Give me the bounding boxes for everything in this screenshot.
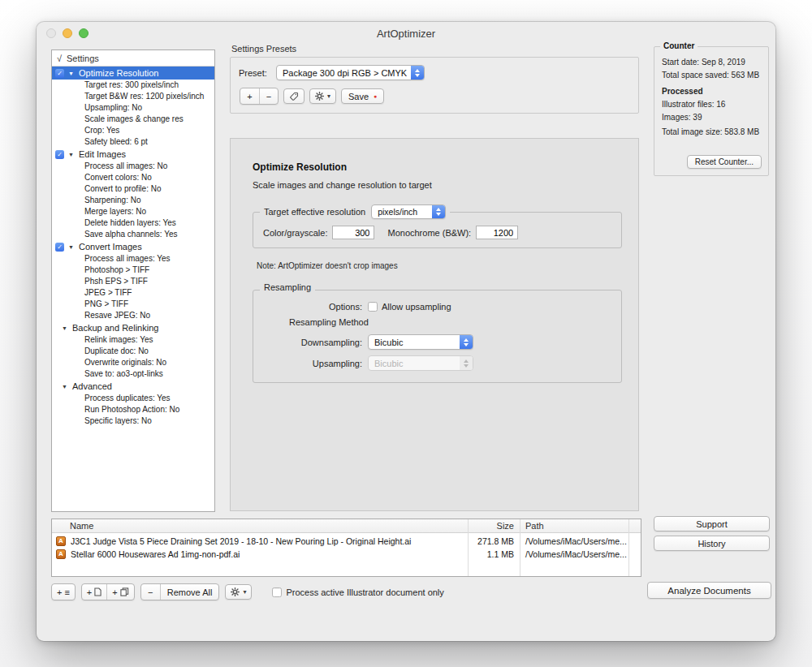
monochrome-input[interactable]: [476, 226, 518, 239]
disclosure-triangle-icon[interactable]: ▼: [62, 384, 69, 389]
tree-setting-item[interactable]: Target B&W res: 1200 pixels/inch: [52, 91, 214, 102]
plus-icon: +: [112, 587, 117, 597]
remove-all-label: Remove All: [167, 587, 213, 597]
tag-preset-button[interactable]: [283, 88, 304, 104]
file-row[interactable]: A J3C1 Judge Vista 5 Piece Draining Set …: [52, 535, 641, 548]
tree-setting-item[interactable]: Upsampling: No: [52, 102, 214, 114]
counter-row-value: 563 MB: [732, 71, 759, 80]
add-files-group: +≡: [51, 583, 76, 600]
tree-setting-item[interactable]: Resave JPEG: No: [52, 310, 214, 321]
tree-group-advanced[interactable]: ▼Advanced: [52, 380, 214, 393]
reset-counter-button[interactable]: Reset Counter...: [687, 155, 762, 169]
file-list-toolbar: +≡ + + −: [51, 583, 444, 600]
disclosure-triangle-icon[interactable]: ▼: [68, 71, 76, 76]
history-button[interactable]: History: [654, 536, 770, 551]
tree-setting-item[interactable]: Phsh EPS > TIFF: [52, 276, 214, 287]
tree-setting-item[interactable]: Safety bleed: 6 pt: [52, 136, 214, 148]
tree-setting-item[interactable]: PNG > TIFF: [52, 299, 214, 310]
column-header-name[interactable]: Name: [52, 521, 469, 531]
tree-setting-item[interactable]: Sharpening: No: [52, 195, 214, 206]
processed-header: Processed: [662, 87, 762, 96]
file-name: Stellar 6000 Housewares Ad 1img-non-pdf.…: [71, 549, 469, 559]
stepper-icon: [460, 356, 473, 370]
tree-setting-item[interactable]: Process all images: No: [52, 161, 214, 172]
remove-file-button[interactable]: −: [141, 584, 160, 600]
add-preset-button[interactable]: +: [240, 88, 259, 104]
column-header-size[interactable]: Size: [469, 521, 520, 531]
tree-setting-item[interactable]: Merge layers: No: [52, 206, 214, 217]
analyze-documents-button[interactable]: Analyze Documents: [647, 582, 771, 599]
group-checkbox-checked[interactable]: ✓: [55, 150, 64, 159]
save-label: Save: [348, 92, 369, 101]
column-divider: [628, 519, 629, 576]
settings-tree-header: √ Settings: [52, 50, 214, 67]
disclosure-triangle-icon[interactable]: ▼: [68, 244, 76, 250]
add-document-button[interactable]: +: [82, 584, 106, 600]
preset-actions-gear-button[interactable]: ▾: [309, 88, 336, 104]
preset-select[interactable]: Package 300 dpi RGB > CMYK: [276, 65, 425, 80]
remove-all-button[interactable]: Remove All: [160, 584, 219, 600]
add-file-list-button[interactable]: +≡: [52, 584, 75, 600]
tree-setting-item[interactable]: Relink images: Yes: [52, 334, 214, 346]
tree-setting-item[interactable]: Delete hidden layers: Yes: [52, 217, 214, 229]
tree-setting-item[interactable]: Target res: 300 pixels/inch: [52, 80, 214, 91]
window-titlebar[interactable]: ArtOptimizer: [37, 22, 775, 44]
tree-setting-item[interactable]: Convert to profile: No: [52, 183, 214, 195]
check-column-header: √: [52, 54, 67, 63]
resampling-method-label: Resampling Method: [289, 317, 611, 327]
tree-setting-item[interactable]: Photoshop > TIFF: [52, 265, 214, 276]
group-checkbox-checked[interactable]: ✓: [55, 243, 64, 252]
target-resolution-group: Target effective resolution pixels/inch …: [253, 212, 622, 248]
illustrator-file-icon: A: [56, 549, 66, 559]
counter-row-value: 583.8 MB: [724, 127, 759, 136]
tree-setting-item[interactable]: Duplicate doc: No: [52, 346, 214, 357]
disclosure-triangle-icon[interactable]: ▼: [62, 325, 69, 331]
resolution-unit-value: pixels/inch: [378, 207, 428, 217]
file-table: Name Size Path A J3C1 Judge Vista 5 Piec…: [51, 519, 641, 577]
caret-down-icon: ▾: [243, 588, 246, 596]
tree-setting-item[interactable]: Process duplicates: Yes: [52, 393, 214, 404]
list-actions-gear-button[interactable]: ▾: [225, 584, 252, 600]
save-preset-button[interactable]: Save ●: [341, 88, 384, 104]
options-label: Options:: [258, 302, 362, 312]
support-button[interactable]: Support: [654, 516, 770, 531]
stepper-icon: [432, 205, 445, 218]
group-checkbox-checked[interactable]: ✓: [55, 69, 64, 78]
downsampling-select[interactable]: Bicubic: [368, 334, 473, 350]
minus-icon: −: [148, 587, 153, 597]
gear-icon: [315, 92, 324, 101]
process-active-doc-checkbox[interactable]: [272, 587, 282, 597]
tree-setting-item[interactable]: Save alpha channels: Yes: [52, 229, 214, 240]
tree-setting-item[interactable]: Convert colors: No: [52, 172, 214, 183]
tree-group-backup-and-relinking[interactable]: ▼Backup and Relinking: [52, 321, 214, 334]
settings-presets-title: Settings Presets: [231, 44, 639, 54]
tree-setting-item[interactable]: Specific layers: No: [52, 415, 214, 427]
panel-title: Optimize Resolution: [253, 161, 622, 173]
tree-setting-item[interactable]: Process all images: Yes: [52, 253, 214, 265]
add-documents-button[interactable]: +: [106, 584, 133, 600]
illustrator-file-icon: A: [56, 536, 66, 546]
upsampling-select-disabled[interactable]: Bicubic: [368, 355, 473, 371]
disclosure-triangle-icon[interactable]: ▼: [68, 152, 76, 157]
color-grayscale-label: Color/grayscale:: [263, 228, 327, 238]
delete-preset-button[interactable]: −: [259, 88, 278, 104]
tree-setting-item[interactable]: Save to: ao3-opt-links: [52, 368, 214, 380]
color-grayscale-input[interactable]: [332, 226, 374, 239]
settings-header-label: Settings: [67, 54, 99, 63]
file-name: J3C1 Judge Vista 5 Piece Draining Set 20…: [71, 536, 469, 546]
column-header-path[interactable]: Path: [520, 521, 629, 531]
resolution-unit-select[interactable]: pixels/inch: [371, 204, 446, 219]
tree-setting-item[interactable]: JPEG > TIFF: [52, 287, 214, 299]
tree-setting-item[interactable]: Overwrite originals: No: [52, 357, 214, 368]
tree-setting-item[interactable]: Run Photoshop Action: No: [52, 404, 214, 415]
tree-setting-item[interactable]: Scale images & change res: [52, 114, 214, 125]
file-row[interactable]: A Stellar 6000 Housewares Ad 1img-non-pd…: [52, 548, 641, 561]
allow-upsampling-checkbox[interactable]: [368, 302, 378, 312]
tree-setting-item[interactable]: Crop: Yes: [52, 125, 214, 136]
tree-group-optimize-resolution[interactable]: ✓▼Optimize Resolution: [52, 67, 214, 80]
stepper-icon: [411, 66, 424, 80]
desktop-background: ArtOptimizer √ Settings ✓▼Optimize Resol…: [0, 0, 812, 667]
tree-group-edit-images[interactable]: ✓▼Edit Images: [52, 148, 214, 161]
crop-note: Note: ArtOptimizer doesn't crop images: [257, 261, 622, 270]
tree-group-convert-images[interactable]: ✓▼Convert Images: [52, 240, 214, 253]
